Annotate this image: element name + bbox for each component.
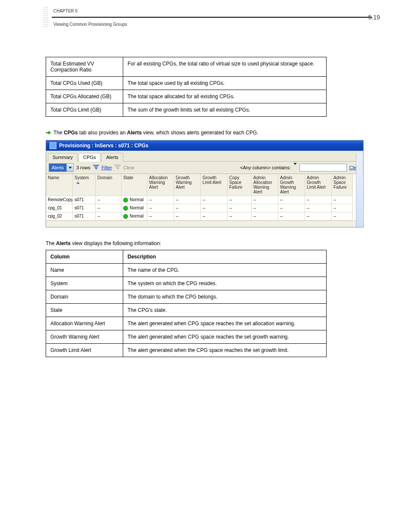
tab-alerts[interactable]: Alerts: [101, 153, 123, 162]
column-name: Growth Warning Alert: [46, 330, 123, 343]
sort-asc-icon: [76, 181, 80, 184]
col-header-val: Description: [123, 250, 327, 263]
table-row: Growth Warning AlertThe alert generated …: [46, 330, 327, 343]
cell-c7: --: [227, 204, 252, 212]
column-header[interactable]: Name: [46, 174, 73, 196]
cell-c4: --: [147, 212, 174, 221]
column-header[interactable]: Admin Growth Limit Alert: [305, 174, 332, 196]
header-section: Viewing Common Provisioning Groups: [53, 22, 127, 27]
table-row: Growth Limit AlertThe alert generated wh…: [46, 343, 327, 357]
filter-toolbar: Alerts 3 rows Filter Clear <Any column> …: [46, 162, 363, 174]
column-header[interactable]: Domain: [96, 174, 121, 196]
cell-system: s071: [73, 212, 96, 221]
table-row: Total CPGs Allocated (GB)The total space…: [46, 90, 327, 103]
cell-c9: --: [278, 196, 305, 204]
cell-c6: --: [201, 204, 227, 212]
column-name: Name: [46, 263, 123, 277]
metric-name: Total CPGs Allocated (GB): [46, 90, 123, 103]
cell-c8: --: [252, 196, 278, 204]
tabs-bar: SummaryCPGsAlerts: [46, 151, 363, 162]
column-description: The domain to which the CPG belongs.: [123, 290, 327, 303]
any-column-label: <Any column> contains:: [240, 165, 290, 170]
figure-caption: The CPGs tab also provides an Alerts vie…: [46, 130, 372, 136]
column-header[interactable]: Growth Warning Alert: [174, 174, 201, 196]
filter-input[interactable]: [299, 164, 347, 171]
clear-filter-icon: [115, 165, 121, 171]
dropdown-caret-icon[interactable]: [293, 165, 297, 170]
cell-c8: --: [252, 204, 278, 212]
page: CHAPTER 5 Viewing Common Provisioning Gr…: [0, 7, 411, 532]
column-header[interactable]: Allocation Warning Alert: [147, 174, 174, 196]
status-ok-icon: [123, 198, 128, 202]
metric-name: Total Estimated VV Compaction Ratio: [46, 57, 123, 77]
column-name: System: [46, 277, 123, 290]
col-header-key: Column: [46, 250, 123, 263]
table-row: DomainThe domain to which the CPG belong…: [46, 290, 327, 303]
view-select[interactable]: Alerts: [49, 163, 74, 172]
column-header[interactable]: Admin Allocation Warning Alert: [252, 174, 278, 196]
column-header[interactable]: State: [121, 174, 147, 196]
column-header[interactable]: Admin Growth Warning Alert: [278, 174, 305, 196]
header-perforation: [43, 7, 50, 28]
metric-description: The total space used by all existing CPG…: [123, 77, 327, 90]
cell-c5: --: [174, 204, 201, 212]
cell-state: Normal: [121, 204, 147, 212]
tab-summary[interactable]: Summary: [48, 153, 78, 162]
header-rule: [52, 17, 372, 18]
chevron-down-icon[interactable]: [66, 164, 73, 171]
column-description: The system on which the CPG resides.: [123, 277, 327, 290]
cell-name[interactable]: cpg_02: [46, 212, 73, 221]
table-row: Total Estimated VV Compaction RatioFor a…: [46, 57, 327, 77]
alerts-columns-table: Column Description NameThe name of the C…: [46, 250, 327, 357]
view-name-ref: Alerts: [127, 130, 142, 136]
arrow-right-icon: [46, 130, 51, 135]
column-header[interactable]: Copy Space Failure: [227, 174, 252, 196]
row-count-label: 3 rows: [76, 165, 90, 170]
table-row: NameThe name of the CPG.: [46, 263, 327, 277]
metric-description: The total space allocated for all existi…: [123, 90, 327, 103]
cell-domain: --: [96, 212, 121, 221]
clear-filter-label: Clear: [123, 165, 134, 170]
cell-state: Normal: [121, 212, 147, 221]
cell-name[interactable]: cpg_01: [46, 204, 73, 212]
cell-c11: --: [332, 212, 353, 221]
filter-link[interactable]: Filter: [102, 165, 112, 170]
filter-icon: [93, 165, 99, 171]
column-header[interactable]: Admin Space Failure: [332, 174, 353, 196]
metric-description: For all existing CPGs, the total ratio o…: [123, 57, 327, 77]
cell-c6: --: [201, 196, 227, 204]
metric-name: Total CPGs Limit (GB): [46, 103, 123, 117]
column-description: The CPG's state.: [123, 303, 327, 317]
cell-c11: --: [332, 196, 353, 204]
summary-metrics-table: Total Estimated VV Compaction RatioFor a…: [46, 57, 327, 117]
cell-c8: --: [252, 212, 278, 221]
alerts-view-name: Alerts: [56, 240, 71, 246]
window-titlebar[interactable]: Provisioning : InServs : s071 : CPGs: [46, 140, 363, 151]
view-select-value: Alerts: [49, 164, 66, 171]
cell-system: s071: [73, 204, 96, 212]
column-name: Allocation Warning Alert: [46, 317, 123, 330]
tab-cpgs[interactable]: CPGs: [78, 153, 100, 162]
cell-c5: --: [174, 196, 201, 204]
cell-name[interactable]: RemoteCopy: [46, 196, 73, 204]
app-icon: [50, 142, 56, 149]
header-chapter: CHAPTER 5: [53, 9, 78, 13]
column-header[interactable]: System: [73, 174, 96, 196]
cpg-grid: NameSystemDomainStateAllocation Warning …: [46, 174, 363, 221]
cell-c5: --: [174, 212, 201, 221]
vertical-scrollbar[interactable]: [356, 153, 363, 227]
alerts-view-caption: The Alerts view displays the following i…: [46, 240, 372, 246]
column-name: Domain: [46, 290, 123, 303]
cell-c10: --: [305, 212, 332, 221]
column-header[interactable]: Growth Limit Alert: [201, 174, 227, 196]
cell-c7: --: [227, 212, 252, 221]
table-row: StateThe CPG's state.: [46, 303, 327, 317]
column-description: The alert generated when CPG space reach…: [123, 330, 327, 343]
column-description: The alert generated when the CPG space r…: [123, 343, 327, 357]
cell-domain: --: [96, 204, 121, 212]
status-ok-icon: [123, 206, 128, 211]
cell-state: Normal: [121, 196, 147, 204]
page-header: CHAPTER 5 Viewing Common Provisioning Gr…: [46, 7, 372, 28]
table-row: Allocation Warning AlertThe alert genera…: [46, 317, 327, 330]
cell-c10: --: [305, 196, 332, 204]
